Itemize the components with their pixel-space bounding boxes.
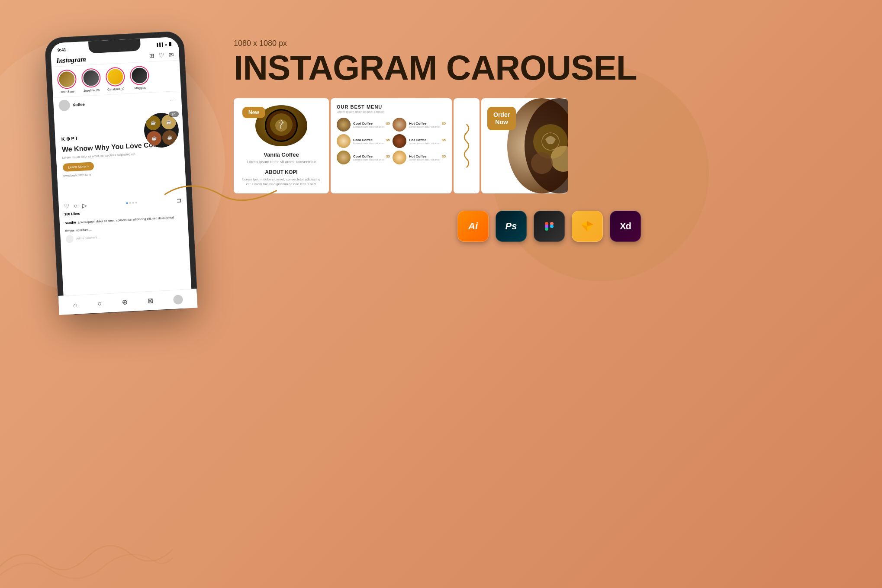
story-item-3[interactable]: Geraldine_C — [104, 67, 126, 91]
menu-name-5: Cool Coffee — [353, 154, 373, 158]
post-avatar — [58, 99, 70, 111]
menu-desc-3: Lorem ipsum dolor sit amet — [353, 142, 390, 145]
menu-img-6 — [393, 151, 406, 164]
photoshop-icon: Ps — [496, 211, 527, 242]
learn-more-button[interactable]: Learn More > — [63, 162, 94, 172]
story-item-2[interactable]: Josefine_85 — [80, 68, 102, 92]
figma-icon — [534, 211, 565, 242]
ig-actions-left: ♡ ○ ▷ — [64, 202, 87, 210]
connector-curve — [164, 169, 277, 221]
svg-point-6 — [531, 152, 553, 174]
phone-time: 9:41 — [58, 47, 67, 52]
menu-desc-2: Lorem ipsum dolor sit amet — [409, 125, 446, 128]
menu-img-5 — [337, 151, 351, 164]
ai-label: Ai — [468, 221, 478, 232]
menu-name-4: Hot Coffee — [409, 138, 426, 142]
menu-item-4: Hot Coffee $5 Lorem ipsum dolor sit amet — [393, 134, 446, 148]
menu-item-5: Cool Coffee $5 Lorem ipsum dolor sit ame… — [337, 151, 390, 164]
dot-2 — [129, 202, 131, 203]
sketch-icon — [572, 211, 603, 242]
menu-price-5: $5 — [386, 154, 390, 158]
product-subtitle: 1080 x 1080 px — [234, 39, 865, 48]
dot-4 — [135, 202, 137, 203]
product-title: INSTAGRAM CAROUSEL — [234, 51, 865, 85]
ig-nav-bar: ⌂ ○ ⊕ ⊠ — [58, 289, 192, 309]
software-icons-row: Ai Ps Xd — [234, 211, 865, 242]
menu-price-4: $5 — [442, 138, 446, 142]
carousel-dots — [126, 202, 137, 204]
panel-coffee-bg-image — [507, 98, 568, 193]
svg-rect-11 — [545, 225, 548, 228]
share-icon[interactable]: ▷ — [82, 202, 87, 209]
xd-icon: Xd — [610, 211, 641, 242]
menu-grid: Cool Coffee $5 Lorem ipsum dolor sit ame… — [337, 118, 446, 164]
menu-item-3: Cool Coffee $5 Lorem ipsum dolor sit ame… — [337, 134, 390, 148]
commenter-avatar — [65, 235, 74, 243]
post-username: Koffee — [72, 102, 85, 107]
panel-3-wavy — [454, 98, 480, 193]
panel1-item-name: Vanila Coffee — [264, 151, 299, 158]
heart-icon[interactable]: ♡ — [158, 51, 164, 59]
story-item-1[interactable]: Your Story — [56, 69, 78, 93]
svg-point-12 — [550, 225, 554, 228]
story-label-3: Geraldine_C — [107, 87, 125, 91]
messenger-icon[interactable]: ✉ — [168, 51, 174, 58]
ps-label: Ps — [505, 221, 517, 232]
menu-img-3 — [337, 134, 351, 148]
like-icon[interactable]: ♡ — [64, 202, 70, 210]
menu-price-3: $5 — [386, 138, 390, 142]
sketch-svg — [580, 220, 594, 232]
menu-img-1 — [337, 118, 351, 132]
panel-2-menu: OUR BEST MENU Lorem ipsum dolor sit amet… — [331, 98, 452, 193]
nav-add-icon[interactable]: ⊕ — [122, 298, 128, 307]
add-comment-placeholder: Add a comment ... — [76, 236, 101, 240]
phone-status-icons: ▐▐▐ ▲ ▊ — [155, 42, 171, 47]
menu-name-1: Cool Coffee — [353, 122, 373, 125]
menu-desc-4: Lorem ipsum dolor sit amet — [409, 142, 446, 145]
panel1-item-desc: Lorem ipsum dolor sit amet, consectetur — [247, 160, 316, 164]
menu-title: OUR BEST MENU — [337, 104, 446, 109]
menu-price-2: $5 — [442, 122, 446, 125]
carousel-panels: New Vanila Coffee Lorem ipsum dolor sit … — [234, 98, 865, 193]
ig-logo: Instagram — [56, 55, 86, 65]
signal-icon: ▐▐▐ — [155, 42, 163, 47]
bg-wave-decoration — [0, 501, 173, 588]
caption-username: santhe — [65, 220, 76, 225]
ig-post-user[interactable]: Koffee — [58, 99, 85, 111]
menu-name-3: Cool Coffee — [353, 138, 373, 142]
menu-price-6: $5 — [442, 154, 446, 158]
story-label-2: Josefine_85 — [84, 88, 100, 92]
menu-price-1: $5 — [386, 122, 390, 125]
dot-1 — [126, 202, 128, 204]
order-now-badge[interactable]: OrderNow — [487, 107, 516, 130]
story-label-4: Maggies — [134, 86, 146, 90]
nav-search-icon[interactable]: ○ — [97, 299, 102, 307]
panel-4-order: OrderNow — [481, 98, 568, 193]
menu-img-2 — [393, 118, 406, 132]
menu-item-2: Hot Coffee $5 Lorem ipsum dolor sit amet — [393, 118, 446, 132]
dot-3 — [132, 202, 134, 203]
nav-home-icon[interactable]: ⌂ — [73, 301, 78, 308]
wifi-icon: ▲ — [164, 42, 167, 46]
menu-desc-1: Lorem ipsum dolor sit amet — [353, 125, 390, 128]
xd-label: Xd — [620, 221, 631, 232]
add-icon[interactable]: ⊞ — [149, 52, 155, 60]
kopi-logo: K⊕PI — [61, 135, 78, 142]
menu-name-2: Hot Coffee — [409, 122, 426, 125]
nav-shop-icon[interactable]: ⊠ — [147, 297, 153, 305]
illustrator-icon: Ai — [457, 211, 489, 242]
menu-subtitle: Lorem ipsum dolor sit amet consect — [337, 110, 446, 113]
ig-header-icons: ⊞ ♡ ✉ — [149, 51, 174, 59]
wavy-decoration — [458, 120, 475, 172]
story-item-4[interactable]: Maggies — [129, 65, 151, 90]
new-badge: New — [242, 107, 265, 118]
menu-img-4 — [393, 134, 406, 148]
nav-profile-icon[interactable] — [173, 294, 183, 304]
post-options-icon[interactable]: ··· — [170, 96, 176, 103]
cup1: ☕ — [145, 115, 161, 131]
menu-name-6: Hot Coffee — [409, 154, 426, 158]
comment-icon[interactable]: ○ — [74, 202, 77, 209]
menu-item-1: Cool Coffee $5 Lorem ipsum dolor sit ame… — [337, 118, 390, 132]
menu-desc-5: Lorem ipsum dolor sit amet — [353, 158, 390, 161]
battery-icon: ▊ — [169, 42, 171, 46]
